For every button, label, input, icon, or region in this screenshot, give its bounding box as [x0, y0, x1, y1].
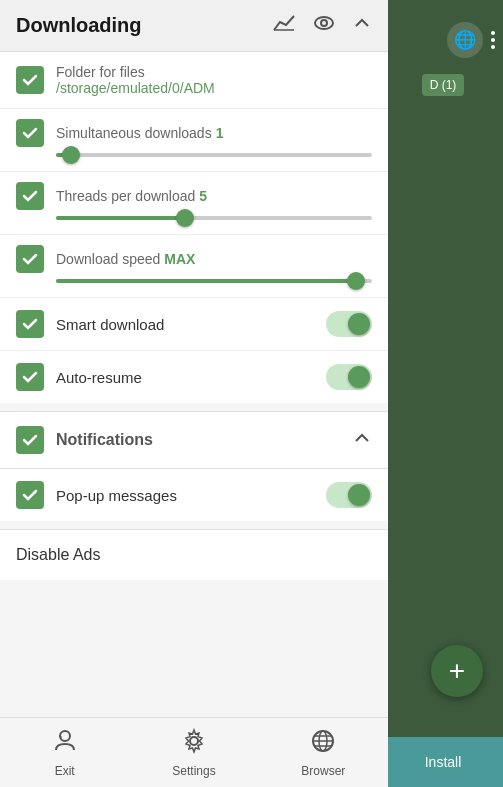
- notifications-checkbox[interactable]: [16, 426, 44, 454]
- header-icons: [272, 12, 372, 39]
- install-button[interactable]: Install: [383, 737, 503, 787]
- downloads-section: Folder for files /storage/emulated/0/ADM…: [0, 52, 388, 403]
- smart-download-toggle[interactable]: [326, 311, 372, 337]
- notifications-label: Notifications: [56, 431, 352, 449]
- more-options-icon[interactable]: [491, 31, 495, 49]
- nav-exit[interactable]: Exit: [0, 728, 129, 778]
- bottom-navigation: Exit Settings Browser: [0, 717, 388, 787]
- smart-download-checkbox[interactable]: [16, 310, 44, 338]
- speed-checkbox[interactable]: [16, 245, 44, 273]
- settings-label: Settings: [172, 764, 215, 778]
- popup-messages-toggle[interactable]: [326, 482, 372, 508]
- simultaneous-value: 1: [216, 125, 224, 141]
- svg-point-2: [321, 20, 327, 26]
- exit-label: Exit: [55, 764, 75, 778]
- speed-value: MAX: [164, 251, 195, 267]
- popup-messages-label: Pop-up messages: [56, 487, 326, 504]
- auto-resume-label: Auto-resume: [56, 369, 326, 386]
- threads-row: Threads per download 5: [0, 172, 388, 234]
- settings-icon: [181, 728, 207, 760]
- notifications-collapse-icon[interactable]: [352, 428, 372, 453]
- folder-row[interactable]: Folder for files /storage/emulated/0/ADM: [0, 52, 388, 108]
- threads-label: Threads per download: [56, 188, 195, 204]
- folder-path: /storage/emulated/0/ADM: [56, 80, 372, 96]
- simultaneous-checkbox[interactable]: [16, 119, 44, 147]
- notifications-section-header[interactable]: Notifications: [0, 411, 388, 469]
- globe-icon[interactable]: 🌐: [447, 22, 483, 58]
- nav-settings[interactable]: Settings: [129, 728, 258, 778]
- fab-add-button[interactable]: +: [431, 645, 483, 697]
- exit-icon: [52, 728, 78, 760]
- speed-label: Download speed: [56, 251, 160, 267]
- right-panel-top: 🌐: [383, 10, 503, 70]
- settings-content: Folder for files /storage/emulated/0/ADM…: [0, 52, 388, 717]
- chart-icon[interactable]: [272, 12, 296, 39]
- popup-checkbox[interactable]: [16, 481, 44, 509]
- popup-messages-row[interactable]: Pop-up messages: [0, 469, 388, 521]
- collapse-icon[interactable]: [352, 13, 372, 38]
- threads-value: 5: [199, 188, 207, 204]
- browser-label: Browser: [301, 764, 345, 778]
- folder-checkbox[interactable]: [16, 66, 44, 94]
- auto-resume-checkbox[interactable]: [16, 363, 44, 391]
- threads-checkbox[interactable]: [16, 182, 44, 210]
- page-title: Downloading: [16, 14, 142, 37]
- browser-icon: [310, 728, 336, 760]
- svg-point-1: [315, 17, 333, 29]
- header: Downloading: [0, 0, 388, 52]
- simultaneous-label: Simultaneous downloads: [56, 125, 212, 141]
- nav-browser[interactable]: Browser: [259, 728, 388, 778]
- download-badge: D (1): [422, 74, 465, 96]
- notifications-section: Pop-up messages: [0, 469, 388, 521]
- speed-row: Download speed MAX: [0, 235, 388, 297]
- disable-ads-row[interactable]: Disable Ads: [0, 529, 388, 580]
- simultaneous-downloads-row: Simultaneous downloads 1: [0, 109, 388, 171]
- smart-download-label: Smart download: [56, 316, 326, 333]
- folder-label: Folder for files: [56, 64, 372, 80]
- smart-download-row[interactable]: Smart download: [0, 298, 388, 350]
- svg-point-5: [190, 737, 198, 745]
- auto-resume-toggle[interactable]: [326, 364, 372, 390]
- disable-ads-label: Disable Ads: [16, 546, 101, 563]
- auto-resume-row[interactable]: Auto-resume: [0, 351, 388, 403]
- eye-icon[interactable]: [312, 12, 336, 39]
